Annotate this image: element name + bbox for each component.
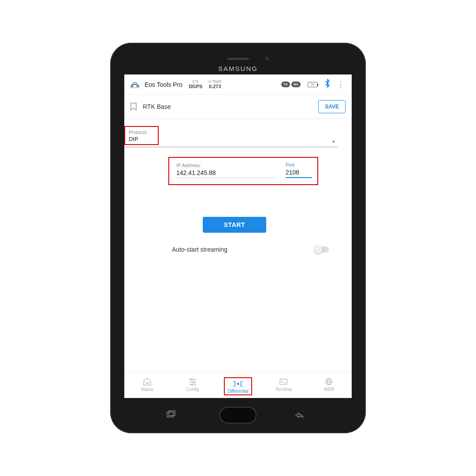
home-button[interactable] bbox=[219, 407, 257, 424]
nav-differential[interactable]: Differential bbox=[215, 376, 260, 397]
start-button[interactable]: START bbox=[203, 217, 266, 233]
bookmark-icon[interactable] bbox=[130, 103, 137, 111]
app-title: Eos Tools Pro bbox=[145, 81, 182, 88]
terminal-icon bbox=[261, 377, 306, 386]
port-field: Port bbox=[286, 162, 312, 178]
nav-config[interactable]: Config bbox=[170, 376, 215, 397]
hrms-stat: H RMS 0.273 bbox=[208, 79, 221, 90]
globe-icon bbox=[306, 377, 352, 386]
rx-badge: RX bbox=[291, 82, 301, 87]
autostart-row: Auto-start streaming bbox=[124, 246, 345, 253]
hrms-label: H RMS bbox=[208, 79, 221, 84]
autostart-toggle[interactable] bbox=[315, 246, 329, 253]
bluetooth-icon[interactable] bbox=[324, 79, 331, 90]
content-area: Protocol DIP ▼ IP Address: Port START bbox=[124, 119, 352, 372]
svg-point-4 bbox=[190, 379, 192, 380]
autostart-label: Auto-start streaming bbox=[172, 246, 227, 253]
speaker-grill bbox=[227, 58, 249, 60]
app-bar: E o S Eos Tools Pro FIX DGPS H RMS 0.273… bbox=[124, 74, 352, 95]
svg-point-8 bbox=[191, 384, 193, 386]
ip-input[interactable] bbox=[176, 168, 275, 178]
svg-rect-0 bbox=[167, 412, 173, 417]
broadcast-icon bbox=[227, 379, 249, 388]
back-hw-button[interactable] bbox=[294, 412, 304, 418]
port-input[interactable] bbox=[286, 167, 312, 178]
protocol-highlight: Protocol DIP bbox=[124, 126, 159, 145]
svg-text:E o S: E o S bbox=[132, 86, 138, 89]
overflow-menu-icon[interactable]: ⋮ bbox=[334, 80, 347, 89]
battery-icon: 16 bbox=[308, 82, 317, 87]
save-button[interactable]: SAVE bbox=[318, 100, 346, 113]
tx-badge: TX bbox=[281, 82, 290, 87]
address-highlight: IP Address: Port bbox=[168, 157, 318, 185]
screen: E o S Eos Tools Pro FIX DGPS H RMS 0.273… bbox=[124, 74, 352, 398]
svg-point-6 bbox=[193, 381, 195, 383]
fix-label: FIX bbox=[189, 79, 202, 84]
protocol-dropdown[interactable]: Protocol DIP ▼ bbox=[124, 126, 338, 147]
txrx-badges: TX RX bbox=[281, 82, 301, 87]
nav-highlight: Differential bbox=[224, 377, 252, 395]
hrms-value: 0.273 bbox=[208, 84, 221, 89]
sliders-icon bbox=[170, 377, 215, 386]
nav-label: Config bbox=[170, 387, 215, 392]
app-logo-icon: E o S bbox=[129, 80, 141, 89]
recent-hw-button[interactable] bbox=[167, 410, 176, 419]
battery-value: 16 bbox=[311, 83, 314, 86]
page-subbar: RTK Base SAVE bbox=[124, 95, 352, 119]
nav-status[interactable]: Status bbox=[124, 376, 170, 397]
svg-rect-10 bbox=[280, 379, 287, 384]
nav-terminal[interactable]: Terminal bbox=[261, 376, 306, 397]
page-title: RTK Base bbox=[143, 103, 171, 110]
protocol-value: DIP bbox=[129, 136, 154, 142]
fix-stat: FIX DGPS bbox=[189, 79, 202, 90]
svg-rect-1 bbox=[169, 411, 175, 416]
device-brand: SAMSUNG bbox=[218, 65, 258, 72]
tablet-frame: SAMSUNG E o S Eos Tools Pro FIX DGPS H R… bbox=[110, 43, 366, 433]
ip-field: IP Address: bbox=[176, 163, 275, 178]
nav-label: Terminal bbox=[261, 387, 306, 392]
port-label: Port bbox=[286, 162, 312, 167]
ip-label: IP Address: bbox=[176, 163, 275, 168]
svg-point-9 bbox=[237, 383, 239, 385]
chevron-down-icon: ▼ bbox=[331, 139, 338, 145]
front-camera bbox=[265, 57, 269, 60]
protocol-label: Protocol bbox=[129, 130, 154, 135]
nav-label: Differential bbox=[227, 389, 249, 394]
home-icon bbox=[124, 377, 170, 386]
nav-label: Status bbox=[124, 387, 170, 392]
nav-web[interactable]: WEB bbox=[306, 376, 352, 397]
bottom-nav: Status Config Differential bbox=[124, 372, 352, 398]
nav-label: WEB bbox=[306, 387, 352, 392]
fix-value: DGPS bbox=[189, 84, 202, 89]
